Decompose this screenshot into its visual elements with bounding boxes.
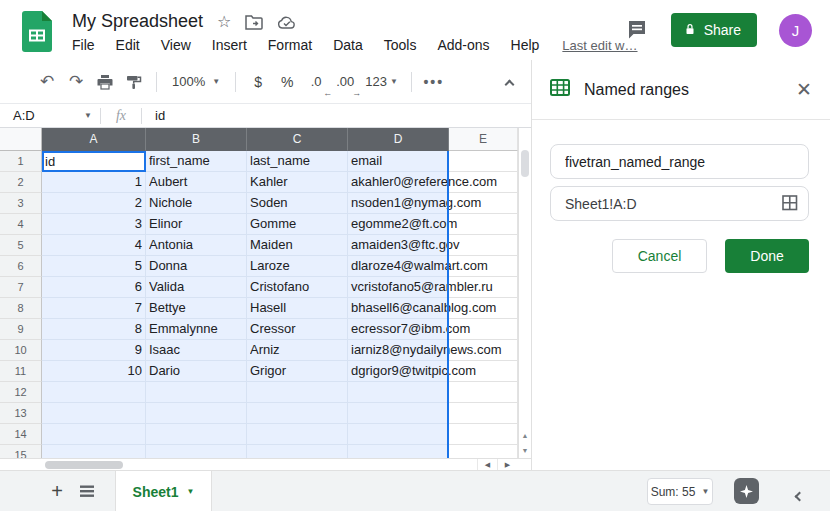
cell-B11[interactable]: Dario	[146, 361, 247, 382]
menu-insert[interactable]: Insert	[212, 37, 247, 53]
cell-B7[interactable]: Valida	[146, 277, 247, 298]
cell-D10[interactable]: iarniz8@nydailynews.com	[348, 340, 449, 361]
menu-addons[interactable]: Add-ons	[437, 37, 489, 53]
cell-E4[interactable]	[449, 214, 518, 235]
cell-D6[interactable]: dlaroze4@walmart.com	[348, 256, 449, 277]
cell-A5[interactable]: 4	[42, 235, 146, 256]
row-header-7[interactable]: 7	[0, 277, 42, 298]
cell-A6[interactable]: 5	[42, 256, 146, 277]
cell-D4[interactable]: egomme2@ft.com	[348, 214, 449, 235]
cell-B1[interactable]: first_name	[146, 151, 247, 172]
formula-input[interactable]: id	[142, 108, 531, 123]
cell-E13[interactable]	[449, 403, 518, 424]
cell-C14[interactable]	[247, 424, 348, 445]
row-header-6[interactable]: 6	[0, 256, 42, 277]
row-header-14[interactable]: 14	[0, 424, 42, 445]
done-button[interactable]: Done	[725, 239, 809, 273]
column-header-B[interactable]: B	[146, 128, 247, 151]
row-header-3[interactable]: 3	[0, 193, 42, 214]
number-format-dropdown[interactable]: 123 ▼	[361, 68, 402, 96]
cell-A8[interactable]: 7	[42, 298, 146, 319]
menu-edit[interactable]: Edit	[116, 37, 140, 53]
scroll-left-icon[interactable]: ◀	[477, 459, 497, 470]
cell-C7[interactable]: Cristofano	[247, 277, 348, 298]
row-header-2[interactable]: 2	[0, 172, 42, 193]
scroll-right-icon[interactable]: ▶	[497, 459, 517, 470]
sum-dropdown[interactable]: Sum: 55 ▼	[647, 478, 713, 505]
menu-format[interactable]: Format	[268, 37, 312, 53]
add-sheet-button[interactable]: +	[46, 480, 68, 503]
row-header-4[interactable]: 4	[0, 214, 42, 235]
cell-B6[interactable]: Donna	[146, 256, 247, 277]
cell-B9[interactable]: Emmalynne	[146, 319, 247, 340]
select-data-range-icon[interactable]	[781, 194, 799, 216]
increase-decimal-icon[interactable]: .00→	[332, 68, 358, 96]
sheets-logo-icon[interactable]	[22, 11, 52, 52]
cell-A11[interactable]: 10	[42, 361, 146, 382]
share-button[interactable]: Share	[671, 13, 757, 47]
cell-B8[interactable]: Bettye	[146, 298, 247, 319]
cell-A7[interactable]: 6	[42, 277, 146, 298]
cell-D14[interactable]	[348, 424, 449, 445]
row-header-11[interactable]: 11	[0, 361, 42, 382]
cell-C3[interactable]: Soden	[247, 193, 348, 214]
zoom-dropdown[interactable]: 100% ▼	[166, 74, 226, 89]
scroll-down-icon[interactable]: ▼	[522, 447, 529, 454]
collapse-chevron-icon[interactable]	[793, 486, 803, 504]
star-icon[interactable]: ☆	[217, 14, 231, 30]
more-toolbar-icon[interactable]: •••	[421, 68, 447, 96]
column-header-E[interactable]: E	[449, 128, 518, 151]
cell-B14[interactable]	[146, 424, 247, 445]
cell-E15[interactable]	[449, 445, 518, 458]
cell-A15[interactable]	[42, 445, 146, 458]
cell-B4[interactable]: Elinor	[146, 214, 247, 235]
row-header-5[interactable]: 5	[0, 235, 42, 256]
cell-A9[interactable]: 8	[42, 319, 146, 340]
cell-A14[interactable]	[42, 424, 146, 445]
cell-D5[interactable]: amaiden3@ftc.gov	[348, 235, 449, 256]
cell-C6[interactable]: Laroze	[247, 256, 348, 277]
vertical-scrollbar-thumb[interactable]	[521, 150, 529, 177]
cell-B2[interactable]: Aubert	[146, 172, 247, 193]
cell-D7[interactable]: vcristofano5@rambler.ru	[348, 277, 449, 298]
cell-A3[interactable]: 2	[42, 193, 146, 214]
undo-icon[interactable]: ↶	[34, 68, 60, 96]
all-sheets-icon[interactable]	[79, 484, 95, 503]
menu-view[interactable]: View	[161, 37, 191, 53]
range-name-input[interactable]	[550, 144, 809, 179]
sheet-tab-sheet1[interactable]: Sheet1 ▼	[115, 471, 212, 511]
cell-C9[interactable]: Cressor	[247, 319, 348, 340]
paint-format-icon[interactable]	[121, 68, 147, 96]
name-box[interactable]: A:D ▼	[0, 104, 100, 127]
cell-D1[interactable]: email	[348, 151, 449, 172]
document-title[interactable]: My Spreadsheet	[72, 11, 203, 32]
horizontal-scrollbar[interactable]: ◀ ▶	[0, 458, 531, 470]
cell-C15[interactable]	[247, 445, 348, 458]
decrease-decimal-icon[interactable]: .0←	[303, 68, 329, 96]
vertical-scrollbar[interactable]: ▲ ▼	[518, 128, 531, 458]
cloud-saved-icon[interactable]	[277, 14, 297, 30]
redo-icon[interactable]: ↷	[63, 68, 89, 96]
cell-C5[interactable]: Maiden	[247, 235, 348, 256]
cell-A10[interactable]: 9	[42, 340, 146, 361]
cell-A1[interactable]: id	[42, 151, 146, 172]
format-percent-icon[interactable]: %	[274, 68, 300, 96]
cell-C11[interactable]: Grigor	[247, 361, 348, 382]
menu-help[interactable]: Help	[511, 37, 540, 53]
cell-E14[interactable]	[449, 424, 518, 445]
comments-icon[interactable]	[625, 18, 649, 42]
scroll-up-icon[interactable]: ▲	[522, 432, 529, 439]
cell-D3[interactable]: nsoden1@nymag.com	[348, 193, 449, 214]
cell-D13[interactable]	[348, 403, 449, 424]
cancel-button[interactable]: Cancel	[612, 239, 707, 273]
row-header-12[interactable]: 12	[0, 382, 42, 403]
menu-data[interactable]: Data	[333, 37, 363, 53]
format-currency-icon[interactable]: $	[245, 68, 271, 96]
move-to-folder-icon[interactable]	[245, 14, 263, 30]
cell-B13[interactable]	[146, 403, 247, 424]
column-header-C[interactable]: C	[247, 128, 348, 151]
row-header-13[interactable]: 13	[0, 403, 42, 424]
cell-B15[interactable]	[146, 445, 247, 458]
menu-file[interactable]: File	[72, 37, 95, 53]
cell-C8[interactable]: Hasell	[247, 298, 348, 319]
